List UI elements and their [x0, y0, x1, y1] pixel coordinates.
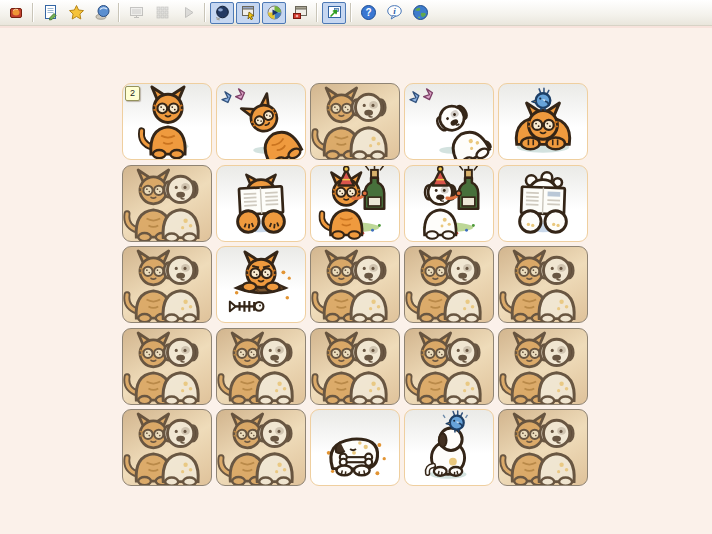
- play-icon: [180, 4, 197, 21]
- play-button: [176, 2, 200, 24]
- card-dog-bird[interactable]: [404, 409, 494, 486]
- card-dog-newspaper[interactable]: [498, 165, 588, 242]
- grid-size-button: [150, 2, 174, 24]
- card-face-down[interactable]: [122, 409, 212, 486]
- fullscreen-button[interactable]: [322, 2, 346, 24]
- toolbar-separator: [118, 3, 120, 22]
- card-cat-newspaper[interactable]: [216, 165, 306, 242]
- app-window: ?i 2: [0, 0, 712, 534]
- card-face-down[interactable]: [310, 328, 400, 405]
- card-cat-fishbone[interactable]: [216, 246, 306, 323]
- sphere-icon: [94, 4, 111, 21]
- globe-icon: [412, 4, 429, 21]
- pair-count-badge: 2: [125, 86, 140, 101]
- toggle-video-button[interactable]: [288, 2, 312, 24]
- about-button[interactable]: i: [382, 2, 406, 24]
- window-cursor-icon: [240, 4, 257, 21]
- dark-sphere-icon: [214, 4, 231, 21]
- card-face-down[interactable]: [216, 328, 306, 405]
- window-red-icon: [292, 4, 309, 21]
- card-face-down[interactable]: [122, 165, 212, 242]
- svg-text:?: ?: [365, 7, 371, 18]
- card-face-down[interactable]: [498, 328, 588, 405]
- card-dog-party[interactable]: [404, 165, 494, 242]
- card-cat-with-bird[interactable]: [498, 83, 588, 160]
- help-button[interactable]: ?: [356, 2, 380, 24]
- card-face-down[interactable]: [122, 246, 212, 323]
- game-tile-icon: [8, 4, 25, 21]
- grid-icon: [154, 4, 171, 21]
- toggle-sounds-button[interactable]: [210, 2, 234, 24]
- slideshow-button: [124, 2, 148, 24]
- favorites-button[interactable]: [64, 2, 88, 24]
- page-edit-icon: [42, 4, 59, 21]
- toolbar-separator: [316, 3, 318, 22]
- card-face-down[interactable]: [404, 246, 494, 323]
- card-face-down[interactable]: [310, 83, 400, 160]
- toolbar: ?i: [0, 0, 712, 26]
- card-face-down[interactable]: [498, 409, 588, 486]
- help-icon: ?: [360, 4, 377, 21]
- toolbar-separator: [32, 3, 34, 22]
- game-board: 2: [122, 83, 588, 486]
- media-player-icon: [266, 4, 283, 21]
- toolbar-separator: [350, 3, 352, 22]
- screen-icon: [128, 4, 145, 21]
- fullscreen-icon: [326, 4, 343, 21]
- edit-cards-button[interactable]: [38, 2, 62, 24]
- website-button[interactable]: [408, 2, 432, 24]
- toggle-pictures-button[interactable]: [236, 2, 260, 24]
- card-face-down[interactable]: [310, 246, 400, 323]
- toggle-media-button[interactable]: [262, 2, 286, 24]
- toolbar-separator: [204, 3, 206, 22]
- card-face-down[interactable]: [404, 328, 494, 405]
- card-cat-butterflies[interactable]: [216, 83, 306, 160]
- card-dog-bone[interactable]: [310, 409, 400, 486]
- card-dog-butterflies[interactable]: [404, 83, 494, 160]
- card-face-down[interactable]: [122, 328, 212, 405]
- card-face-down[interactable]: [498, 246, 588, 323]
- info-bubble-icon: i: [386, 4, 403, 21]
- card-cat-sitting[interactable]: 2: [122, 83, 212, 160]
- star-icon: [68, 4, 85, 21]
- card-face-down[interactable]: [216, 409, 306, 486]
- shuffle-button[interactable]: [90, 2, 114, 24]
- card-cat-party[interactable]: [310, 165, 400, 242]
- new-game-button[interactable]: [4, 2, 28, 24]
